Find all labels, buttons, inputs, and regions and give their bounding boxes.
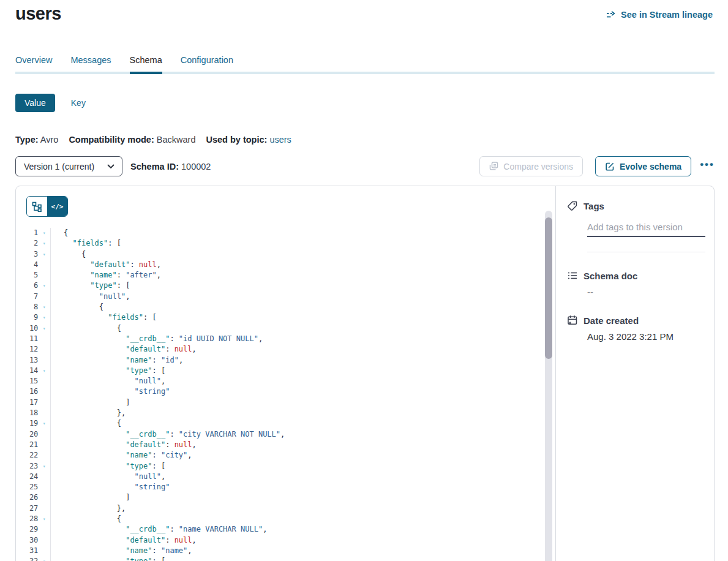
version-toolbar: Version 1 (current) Schema ID: 100002 Co… xyxy=(15,156,715,176)
tab-bar: OverviewMessagesSchemaConfiguration xyxy=(15,55,233,74)
compare-versions-button[interactable]: Compare versions xyxy=(479,156,583,176)
schema-doc-section-header: Schema doc xyxy=(567,270,705,281)
fold-toggle-icon[interactable]: ▾ xyxy=(38,312,50,323)
line-number: 30 xyxy=(16,535,38,546)
sidebar-divider xyxy=(587,252,705,252)
fold-toggle-icon[interactable]: ▾ xyxy=(38,461,50,472)
code-line[interactable]: 16 "string" xyxy=(16,386,555,397)
code-line[interactable]: 32▾ "type": [ xyxy=(16,556,555,561)
fold-spacer xyxy=(38,270,50,280)
schema-doc-value: -- xyxy=(587,287,705,297)
schema-panel: </> 1▾{2▾ "fields": [3▾ {4 "default": nu… xyxy=(15,186,715,561)
code-line[interactable]: 22 "name": "city", xyxy=(16,450,555,461)
tab-key[interactable]: Key xyxy=(71,98,86,108)
tree-icon xyxy=(32,201,42,212)
code-line[interactable]: 14▾ "type": [ xyxy=(16,366,555,376)
line-number: 18 xyxy=(16,408,38,418)
schema-sidebar: Tags Schema doc xyxy=(556,186,714,561)
line-number: 19 xyxy=(16,418,38,429)
tab-value[interactable]: Value xyxy=(15,94,55,112)
code-editor[interactable]: 1▾{2▾ "fields": [3▾ {4 "default": null,5… xyxy=(16,228,555,561)
line-number: 15 xyxy=(16,376,38,386)
code-line[interactable]: 25 "string" xyxy=(16,482,555,492)
fold-toggle-icon[interactable]: ▾ xyxy=(38,366,50,376)
fold-spacer xyxy=(38,386,50,397)
editor-scrollbar-track[interactable] xyxy=(545,211,552,561)
code-line[interactable]: 15 "null", xyxy=(16,376,555,386)
topic-link[interactable]: users xyxy=(267,135,291,145)
code-line[interactable]: 28▾ { xyxy=(16,514,555,524)
code-line[interactable]: 11 "__crdb__": "id UUID NOT NULL", xyxy=(16,334,555,344)
code-line[interactable]: 30 "default": null, xyxy=(16,535,555,546)
fold-spacer xyxy=(38,524,50,535)
calendar-plus-icon xyxy=(567,315,578,326)
tab-overview[interactable]: Overview xyxy=(15,55,52,74)
code-view-button[interactable]: </> xyxy=(47,197,67,216)
line-number: 20 xyxy=(16,429,38,440)
code-line[interactable]: 19▾ { xyxy=(16,418,555,429)
fold-toggle-icon[interactable]: ▾ xyxy=(38,418,50,429)
code-line[interactable]: 13 "name": "id", xyxy=(16,355,555,366)
fold-spacer xyxy=(38,408,50,418)
code-line[interactable]: 18 }, xyxy=(16,408,555,418)
tab-schema[interactable]: Schema xyxy=(130,55,162,74)
line-number: 27 xyxy=(16,503,38,514)
code-line[interactable]: 31 "name": "name", xyxy=(16,546,555,556)
line-number: 32 xyxy=(16,556,38,561)
meta-compatibility-mode-: Compatibility mode: Backward xyxy=(69,135,195,145)
code-line[interactable]: 8▾ { xyxy=(16,302,555,312)
evolve-schema-button[interactable]: Evolve schema xyxy=(595,156,691,176)
fold-spacer xyxy=(38,450,50,461)
code-line[interactable]: 10▾ { xyxy=(16,323,555,334)
fold-toggle-icon[interactable]: ▾ xyxy=(38,228,50,238)
fold-toggle-icon[interactable]: ▾ xyxy=(38,280,50,291)
code-line[interactable]: 27 }, xyxy=(16,503,555,514)
tab-messages[interactable]: Messages xyxy=(70,55,111,74)
see-in-stream-lineage-link[interactable]: See in Stream lineage xyxy=(606,10,713,20)
fold-toggle-icon[interactable]: ▾ xyxy=(38,514,50,524)
fold-spacer xyxy=(38,334,50,344)
code-line[interactable]: 3▾ { xyxy=(16,249,555,260)
code-line[interactable]: 20 "__crdb__": "city VARCHAR NOT NULL", xyxy=(16,429,555,440)
add-tags-input[interactable] xyxy=(587,219,705,237)
tab-configuration[interactable]: Configuration xyxy=(181,55,233,74)
meta-used-by-topic-: Used by topic: users xyxy=(206,135,291,145)
code-line[interactable]: 5 "name": "after", xyxy=(16,270,555,280)
fold-toggle-icon[interactable]: ▾ xyxy=(38,323,50,334)
fold-toggle-icon[interactable]: ▾ xyxy=(38,556,50,561)
line-number: 12 xyxy=(16,344,38,355)
code-line[interactable]: 2▾ "fields": [ xyxy=(16,238,555,249)
line-number: 29 xyxy=(16,524,38,535)
line-number: 23 xyxy=(16,461,38,472)
version-select[interactable]: Version 1 (current) xyxy=(15,156,122,176)
line-number: 28 xyxy=(16,514,38,524)
code-line[interactable]: 29 "__crdb__": "name VARCHAR NULL", xyxy=(16,524,555,535)
fold-spacer xyxy=(38,376,50,386)
line-number: 25 xyxy=(16,482,38,492)
code-line[interactable]: 4 "default": null, xyxy=(16,260,555,270)
schema-meta-row: Type: AvroCompatibility mode: BackwardUs… xyxy=(15,135,291,145)
fold-toggle-icon[interactable]: ▾ xyxy=(38,238,50,249)
line-number: 3 xyxy=(16,249,38,260)
code-line[interactable]: 7 "null", xyxy=(16,292,555,302)
line-number: 8 xyxy=(16,302,38,312)
code-line[interactable]: 6▾ "type": [ xyxy=(16,280,555,291)
code-line[interactable]: 24 "null", xyxy=(16,472,555,482)
fold-toggle-icon[interactable]: ▾ xyxy=(38,302,50,312)
editor-scrollbar-thumb[interactable] xyxy=(545,217,552,359)
code-line[interactable]: 9▾ "fields": [ xyxy=(16,312,555,323)
value-key-toggle: Value Key xyxy=(15,94,86,112)
code-line[interactable]: 17 ] xyxy=(16,397,555,408)
code-line[interactable]: 1▾{ xyxy=(16,228,555,238)
line-number: 31 xyxy=(16,546,38,556)
code-line[interactable]: 23▾ "type": [ xyxy=(16,461,555,472)
tree-view-button[interactable] xyxy=(27,197,47,216)
line-number: 13 xyxy=(16,355,38,366)
code-line[interactable]: 21 "default": null, xyxy=(16,440,555,450)
fold-spacer xyxy=(38,440,50,450)
code-line[interactable]: 12 "default": null, xyxy=(16,344,555,355)
fold-toggle-icon[interactable]: ▾ xyxy=(38,249,50,260)
more-actions-button[interactable]: ••• xyxy=(700,162,715,171)
code-line[interactable]: 26 ] xyxy=(16,492,555,503)
line-number: 21 xyxy=(16,440,38,450)
